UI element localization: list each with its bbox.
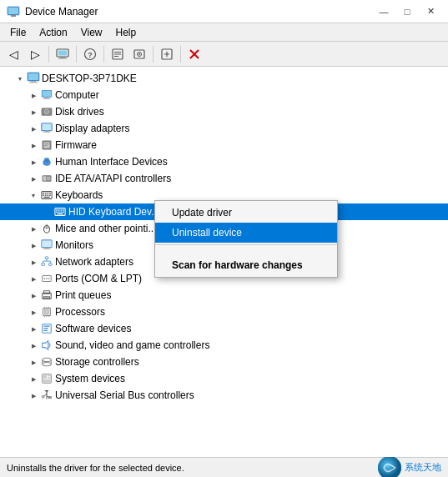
ports-icon [40,272,53,285]
tree-item-disk[interactable]: Disk drives [0,103,448,120]
tree-root[interactable]: DESKTOP-3P71DKE [0,70,448,87]
toolbar-computer[interactable] [53,44,73,64]
expander-ports[interactable] [27,272,40,285]
mice-icon [40,222,53,235]
svg-rect-71 [43,241,52,247]
network-icon [40,255,53,269]
expander-storage[interactable] [27,355,40,369]
tree-label-keyboards: Keyboards [55,189,103,201]
expander-print[interactable] [27,289,40,302]
usb-icon [40,389,53,402]
expander-system[interactable] [27,372,40,385]
menu-file[interactable]: File [3,25,33,40]
menu-help[interactable]: Help [109,25,143,40]
svg-rect-98 [44,326,50,327]
tree-item-ide[interactable]: IDE ATA/ATAPI controllers [0,170,448,187]
tree-label-ports: Ports (COM & LPT) [55,273,142,284]
menu-action[interactable]: Action [33,25,73,40]
toolbar-separator-5 [180,46,181,63]
software-icon [40,322,53,335]
ctx-scan-hardware[interactable] [155,247,337,255]
close-button[interactable]: ✕ [420,3,441,20]
ctx-properties[interactable]: Scan for hardware changes [155,255,337,275]
svg-rect-21 [31,81,36,83]
toolbar-forward[interactable]: ▷ [25,44,45,64]
maximize-button[interactable]: □ [396,3,418,20]
ctx-update-driver[interactable]: Update driver [155,203,337,223]
expander-disk[interactable] [27,105,40,118]
tree-item-hid[interactable]: Human Interface Devices [0,153,448,170]
expander-software[interactable] [27,322,40,335]
svg-text:?: ? [88,51,93,59]
tree-label-disk: Disk drives [55,106,104,118]
tree-item-sound[interactable]: Sound, video and game controllers [0,337,448,354]
toolbar-driver[interactable] [129,44,149,64]
tree-item-usb[interactable]: Universal Serial Bus controllers [0,387,448,404]
status-bar: Uninstalls the driver for the selected d… [0,457,448,477]
tree-item-software[interactable]: Software devices [0,320,448,337]
display-icon [40,122,53,135]
expander-processors[interactable] [27,305,40,319]
expander-network[interactable] [27,255,40,269]
tree-item-system[interactable]: System devices [0,370,448,387]
svg-rect-62 [58,212,60,213]
minimize-button[interactable]: — [373,3,395,20]
tree-label-mice: Mice and other pointi... [55,223,156,234]
tree-label-display: Display adapters [55,123,129,134]
tree-label-hid-keyboard: HID Keyboard Dev... [68,206,159,218]
expander-hid[interactable] [27,155,40,168]
tree-item-computer[interactable]: Computer [0,87,448,103]
svg-point-82 [44,278,46,279]
svg-rect-22 [29,83,38,83]
svg-rect-73 [43,249,51,249]
expander-monitors[interactable] [27,238,40,252]
menu-bar: File Action View Help [0,23,448,42]
expander-display[interactable] [27,122,40,135]
svg-point-29 [46,111,48,113]
svg-rect-88 [44,298,48,299]
menu-view[interactable]: View [74,25,109,40]
svg-rect-107 [43,375,47,379]
toolbar-help[interactable]: ? [80,44,100,64]
toolbar-properties[interactable] [108,44,128,64]
svg-rect-26 [43,98,51,99]
svg-rect-25 [44,98,48,98]
monitors-icon [40,238,53,252]
tree-item-firmware[interactable]: Firmware [0,137,448,153]
svg-rect-99 [44,328,48,329]
svg-rect-6 [58,58,67,58]
svg-rect-64 [63,212,64,213]
svg-rect-75 [42,264,45,266]
tree-label-hid: Human Interface Devices [55,156,168,168]
expander-keyboards[interactable] [27,188,40,202]
tree-item-processors[interactable]: Processors [0,304,448,320]
expander-sound[interactable] [27,339,40,352]
expander-mice[interactable] [27,222,40,235]
expander-usb[interactable] [27,389,40,402]
tree-item-print[interactable]: Print queues [0,287,448,304]
computer-icon [40,88,53,102]
tree-root-label: DESKTOP-3P71DKE [42,73,137,84]
svg-rect-108 [48,375,51,377]
svg-point-117 [378,456,401,478]
processors-icon [40,305,53,319]
svg-rect-45 [47,178,50,179]
svg-rect-76 [49,264,53,266]
expander-ide[interactable] [27,172,40,185]
toolbar-scan[interactable] [157,44,177,64]
svg-rect-65 [58,213,63,214]
title-bar: Device Manager — □ ✕ [0,0,448,23]
toolbar-back[interactable]: ◁ [3,44,23,64]
tree-item-display[interactable]: Display adapters [0,120,448,137]
tree-label-usb: Universal Serial Bus controllers [55,389,194,401]
svg-rect-60 [63,209,64,210]
title-bar-title: Device Manager [25,6,98,18]
tree-expander-root[interactable] [13,72,27,85]
toolbar-remove[interactable] [184,44,204,64]
tree-item-storage[interactable]: Storage controllers [0,354,448,370]
ctx-uninstall-device[interactable]: Uninstall device [155,223,337,243]
expander-computer[interactable] [27,88,40,102]
svg-rect-116 [49,397,52,399]
expander-firmware[interactable] [27,138,40,152]
svg-rect-61 [56,212,58,213]
